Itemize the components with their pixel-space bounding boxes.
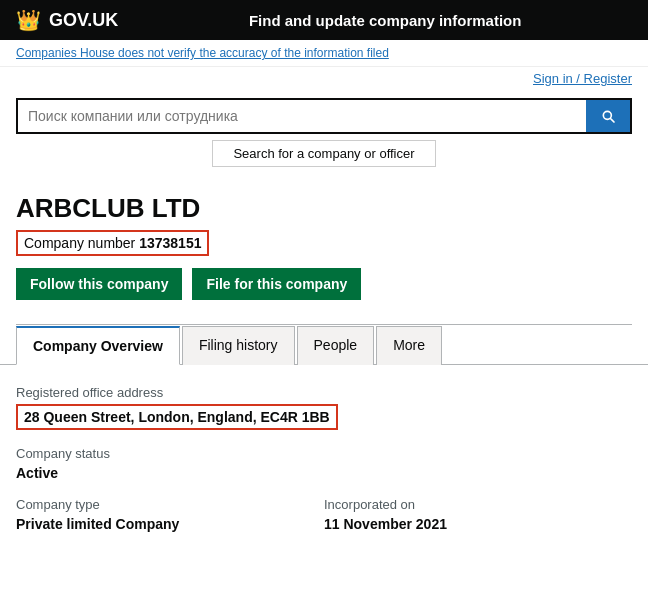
search-hint: Search for a company or officer <box>212 140 435 167</box>
status-value: Active <box>16 465 632 481</box>
tab-filing-history[interactable]: Filing history <box>182 326 295 365</box>
follow-company-button[interactable]: Follow this company <box>16 268 182 300</box>
type-value: Private limited Company <box>16 516 324 532</box>
warning-bar[interactable]: Companies House does not verify the accu… <box>0 40 648 67</box>
company-number-badge: Company number 13738151 <box>16 230 209 256</box>
incorporated-col: Incorporated on 11 November 2021 <box>324 497 632 548</box>
address-value: 28 Queen Street, London, England, EC4R 1… <box>16 404 338 430</box>
company-details-row: Company type Private limited Company Inc… <box>16 497 632 548</box>
company-name: ARBCLUB LTD <box>16 193 632 224</box>
tabs: Company Overview Filing history People M… <box>16 325 632 364</box>
company-number-value: 13738151 <box>139 235 201 251</box>
company-section: ARBCLUB LTD Company number 13738151 Foll… <box>0 177 648 300</box>
file-company-button[interactable]: File for this company <box>192 268 361 300</box>
tab-more[interactable]: More <box>376 326 442 365</box>
warning-text: Companies House does not verify the accu… <box>16 46 389 60</box>
tab-company-overview[interactable]: Company Overview <box>16 326 180 365</box>
header-title: Find and update company information <box>138 12 632 29</box>
company-type-col: Company type Private limited Company <box>16 497 324 548</box>
content-section: Registered office address 28 Queen Stree… <box>0 364 648 568</box>
search-button[interactable] <box>586 100 630 132</box>
logo-text: GOV.UK <box>49 10 118 31</box>
incorporated-label: Incorporated on <box>324 497 632 512</box>
search-section: Search for a company or officer <box>0 90 648 177</box>
status-label: Company status <box>16 446 632 461</box>
signin-bar: Sign in / Register <box>0 67 648 90</box>
type-label: Company type <box>16 497 324 512</box>
tab-people[interactable]: People <box>297 326 375 365</box>
incorporated-value: 11 November 2021 <box>324 516 632 532</box>
address-label: Registered office address <box>16 385 632 400</box>
signin-link[interactable]: Sign in / Register <box>533 71 632 86</box>
search-box <box>16 98 632 134</box>
company-number-label: Company number <box>24 235 139 251</box>
tabs-section: Company Overview Filing history People M… <box>16 324 632 364</box>
gov-logo[interactable]: 👑 GOV.UK <box>16 8 118 32</box>
action-buttons: Follow this company File for this compan… <box>16 268 632 300</box>
header: 👑 GOV.UK Find and update company informa… <box>0 0 648 40</box>
crown-icon: 👑 <box>16 8 41 32</box>
search-input[interactable] <box>18 100 586 132</box>
search-icon <box>600 108 616 124</box>
